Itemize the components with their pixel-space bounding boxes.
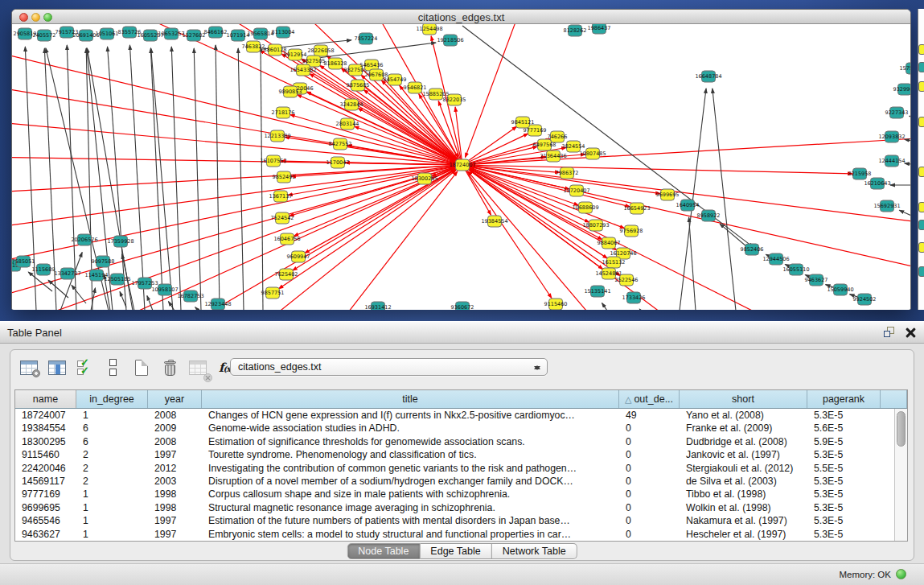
- selected-node[interactable]: 9699695: [656, 189, 680, 200]
- network-node[interactable]: 13342737: [54, 268, 80, 279]
- cell-out_de: 49: [619, 409, 680, 422]
- network-node[interactable]: 12923448: [204, 299, 231, 310]
- network-view-window[interactable]: citations_edges.txt 18724007977716974626…: [11, 9, 911, 310]
- network-node[interactable]: 9360672: [451, 302, 474, 310]
- clipped-node: [918, 117, 924, 127]
- selected-node[interactable]: 11254498: [416, 24, 442, 35]
- column-header-in_degree[interactable]: in_degree: [76, 390, 148, 408]
- table-row[interactable]: 911546021997Tourette syndrome. Phenomeno…: [15, 448, 907, 461]
- selected-node[interactable]: 16654923: [623, 203, 650, 214]
- network-node[interactable]: 16931412: [364, 302, 391, 310]
- selected-node[interactable]: 9756928: [620, 225, 643, 237]
- svg-text:1115689: 1115689: [32, 266, 55, 273]
- network-node[interactable]: 1733426: [622, 292, 646, 303]
- svg-text:3824554: 3824554: [562, 143, 585, 150]
- svg-text:15751074: 15751074: [899, 65, 910, 72]
- selected-node[interactable]: 2718176: [272, 107, 295, 118]
- network-node[interactable]: 9329966: [893, 84, 910, 95]
- cell-title: Disruption of a novel member of a sodium…: [202, 475, 619, 488]
- network-canvas[interactable]: 1872400797771697462666497568382455421364…: [12, 24, 910, 310]
- network-node[interactable]: 1527602: [183, 30, 206, 41]
- selected-node[interactable]: 9875685: [347, 80, 370, 91]
- network-node[interactable]: 9852406: [741, 244, 764, 255]
- svg-text:13342737: 13342737: [54, 270, 80, 277]
- create-column-icon[interactable]: [131, 357, 152, 378]
- row-options-icon[interactable]: [103, 357, 124, 378]
- network-node[interactable]: 8128262: [564, 25, 587, 36]
- tab-edge-table[interactable]: Edge Table: [420, 543, 491, 559]
- column-header-pagerank[interactable]: pagerank: [807, 390, 881, 408]
- table-row[interactable]: 977716911998Corpus callosum shape and si…: [15, 488, 907, 501]
- selected-node[interactable]: 1367137: [269, 191, 293, 202]
- network-node[interactable]: 8466162: [204, 27, 228, 38]
- scrollbar-thumb[interactable]: [897, 411, 906, 447]
- float-panel-icon[interactable]: [884, 327, 896, 338]
- column-header-out_de[interactable]: △out_de...: [619, 390, 680, 408]
- network-node[interactable]: 16210643: [864, 178, 890, 189]
- selected-node[interactable]: 8427552: [329, 138, 352, 150]
- vertical-scrollbar[interactable]: [894, 409, 907, 541]
- table-select-dropdown[interactable]: citations_edges.txt: [230, 358, 548, 376]
- column-header-name[interactable]: name: [15, 390, 76, 408]
- window-titlebar[interactable]: citations_edges.txt: [12, 10, 910, 24]
- tab-network-table[interactable]: Network Table: [492, 543, 577, 559]
- network-node[interactable]: 1071914: [227, 30, 250, 41]
- selected-node[interactable]: 12213389: [264, 130, 290, 142]
- network-node[interactable]: 1115689: [32, 264, 55, 275]
- network-node[interactable]: 8113004: [272, 27, 295, 38]
- network-node[interactable]: 19218506: [437, 35, 463, 46]
- network-node[interactable]: 7857224: [355, 33, 378, 44]
- network-node[interactable]: 16782753: [177, 290, 203, 302]
- column-header-short[interactable]: short: [680, 390, 807, 408]
- cell-pagerank: 5.3E-5: [807, 501, 881, 514]
- selected-node[interactable]: 9852491: [273, 171, 296, 183]
- network-node[interactable]: 15059940: [827, 284, 853, 295]
- table-settings-icon[interactable]: [18, 357, 39, 378]
- table-row[interactable]: 969969511998Structural magnetic resonanc…: [15, 501, 907, 514]
- selected-node[interactable]: 9857751: [261, 287, 285, 299]
- selected-node[interactable]: 1170047: [326, 157, 350, 168]
- network-node[interactable]: 1640954: [676, 200, 700, 211]
- table-row[interactable]: 1938455462009Genome-wide association stu…: [15, 422, 907, 435]
- show-columns-icon[interactable]: [47, 357, 68, 378]
- table-row[interactable]: 946554611997Estimation of the future num…: [15, 514, 907, 527]
- selected-node[interactable]: 19384554: [481, 216, 507, 227]
- network-node[interactable]: 9227343: [885, 107, 909, 118]
- column-header-year[interactable]: year: [148, 390, 202, 408]
- selected-node[interactable]: 10688609: [572, 202, 598, 213]
- citation-network-graph[interactable]: 1872400797771697462666497568382455421364…: [12, 24, 910, 310]
- network-node[interactable]: 8215958: [848, 168, 872, 179]
- network-node[interactable]: 9097588: [92, 256, 115, 267]
- tab-node-table[interactable]: Node Table: [347, 543, 420, 559]
- selected-node[interactable]: 28226058: [307, 45, 334, 56]
- select-columns-icon[interactable]: ✓ ✓: [75, 357, 96, 378]
- network-node[interactable]: 19565814: [247, 28, 273, 39]
- network-node[interactable]: 9924502: [853, 294, 877, 305]
- selected-node[interactable]: 15720407: [563, 185, 589, 196]
- svg-text:8454749: 8454749: [384, 76, 407, 83]
- network-node[interactable]: 12444154: [878, 155, 905, 167]
- network-node[interactable]: 16055110: [782, 264, 809, 275]
- table-row[interactable]: 946362711997Embryonic stem cells: a mode…: [15, 528, 907, 541]
- network-node[interactable]: 15692931: [873, 200, 900, 212]
- table-row[interactable]: 1830029562008Estimation of significance …: [15, 435, 907, 448]
- column-header-title[interactable]: title: [202, 390, 619, 408]
- table-row[interactable]: 1872400712008Changes of HCN gene express…: [15, 409, 907, 422]
- network-node[interactable]: 16648784: [695, 71, 721, 82]
- network-node[interactable]: 17359928: [107, 236, 133, 247]
- delete-column-icon[interactable]: [159, 357, 180, 378]
- table-row[interactable]: 2242004622012Investigating the contribut…: [15, 462, 907, 475]
- svg-text:3242844: 3242844: [340, 101, 363, 108]
- network-node[interactable]: 1986437: [588, 24, 611, 34]
- network-node[interactable]: 15751074: [899, 63, 910, 74]
- close-panel-icon[interactable]: [906, 328, 916, 338]
- network-node[interactable]: 20206576: [71, 234, 97, 245]
- table-row[interactable]: 1456911722003Disruption of a novel membe…: [15, 475, 907, 488]
- selected-node[interactable]: 16107552: [260, 155, 286, 167]
- selected-node[interactable]: 9609947: [287, 251, 310, 262]
- network-node[interactable]: 15135141: [584, 286, 610, 297]
- selected-node[interactable]: 7463822: [242, 41, 265, 52]
- selected-node[interactable]: 9115460: [544, 299, 568, 310]
- cell-short: Nakamura et al. (1997): [680, 514, 807, 527]
- cell-in_degree: 1: [76, 514, 148, 527]
